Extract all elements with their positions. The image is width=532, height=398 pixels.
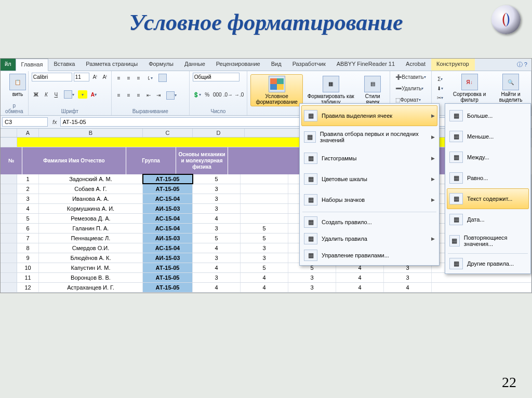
- row-header[interactable]: [1, 214, 17, 223]
- border-button[interactable]: [62, 89, 76, 100]
- menu-item[interactable]: ▦Удалить правила▶: [301, 230, 437, 247]
- menu-item[interactable]: ▦Правила отбора первых и последних значе…: [301, 126, 437, 148]
- cell-num[interactable]: 2: [17, 184, 39, 194]
- menu-item[interactable]: ▦Гистограммы▶: [301, 148, 437, 169]
- cell-group[interactable]: АИ-15-03: [143, 234, 193, 243]
- row-header[interactable]: [1, 283, 17, 292]
- data-cell[interactable]: [241, 174, 288, 184]
- grow-font[interactable]: Aᴵ: [91, 73, 99, 81]
- delete-cells[interactable]: ➖ Удалить: [393, 84, 425, 92]
- row-header[interactable]: [1, 234, 17, 243]
- menu-item[interactable]: ▦Дата...: [447, 209, 529, 230]
- percent[interactable]: %: [203, 90, 211, 99]
- cell-num[interactable]: 7: [17, 234, 39, 243]
- menu-item[interactable]: ▦Равно...: [447, 168, 529, 188]
- tab-home[interactable]: Главная: [16, 59, 49, 71]
- row-header[interactable]: [1, 138, 17, 147]
- cell-group[interactable]: АС-15-04: [143, 224, 193, 233]
- paste-button[interactable]: 📋 вить: [4, 73, 32, 98]
- data-cell[interactable]: 3: [288, 273, 336, 282]
- cell-num[interactable]: 9: [17, 253, 39, 263]
- row-header[interactable]: [1, 204, 17, 213]
- menu-item[interactable]: ▦Создать правило...: [301, 214, 437, 230]
- data-cell[interactable]: 3: [384, 273, 432, 282]
- data-cell[interactable]: 4: [241, 283, 288, 292]
- format-as-table-button[interactable]: ▦ Форматировать как таблицу: [304, 75, 357, 106]
- autosum[interactable]: Σ: [435, 75, 445, 83]
- cell-fio[interactable]: Кормушкина А. И.: [39, 204, 143, 213]
- data-cell[interactable]: 3: [193, 184, 241, 194]
- tab-layout[interactable]: Разметка страницы: [81, 59, 143, 71]
- col-d[interactable]: D: [193, 129, 245, 137]
- cell-num[interactable]: 6: [17, 224, 39, 233]
- cell-group[interactable]: АС-15-04: [143, 194, 193, 203]
- currency[interactable]: 💲: [193, 90, 202, 99]
- orientation[interactable]: ⤹: [144, 74, 155, 82]
- tab-abbyy[interactable]: ABBYY FineReader 11: [331, 59, 401, 71]
- cell-fio[interactable]: Пеннациеас Л.: [39, 234, 143, 243]
- cell-num[interactable]: 4: [17, 204, 39, 213]
- tab-acrobat[interactable]: Acrobat: [401, 59, 431, 71]
- cell-group[interactable]: АТ-15-05: [143, 184, 193, 194]
- menu-item[interactable]: ▦Больше...: [447, 105, 529, 126]
- cell-group[interactable]: АИ-15-03: [143, 253, 193, 263]
- row-header[interactable]: [1, 243, 17, 253]
- data-cell[interactable]: 4: [336, 273, 384, 282]
- cell-group[interactable]: АС-15-04: [143, 243, 193, 253]
- data-cell[interactable]: 3: [241, 243, 288, 253]
- dec-decimal[interactable]: →.0: [234, 90, 244, 99]
- col-b[interactable]: B: [39, 129, 143, 137]
- menu-item[interactable]: ▦Цветовые шкалы▶: [301, 169, 437, 189]
- cell-num[interactable]: 12: [17, 283, 39, 292]
- menu-item[interactable]: ▦Управление правилами...: [301, 247, 437, 264]
- tab-developer[interactable]: Разработчик: [287, 59, 331, 71]
- cell-num[interactable]: 3: [17, 194, 39, 203]
- row-header[interactable]: [1, 253, 17, 263]
- data-cell[interactable]: 4: [193, 263, 241, 272]
- align-top[interactable]: ≡: [115, 74, 123, 82]
- col-c[interactable]: C: [143, 129, 193, 137]
- cell-fio[interactable]: Галанин П. А.: [39, 224, 143, 233]
- data-cell[interactable]: 3: [193, 194, 241, 203]
- indent-dec[interactable]: ⇤: [144, 91, 153, 100]
- underline-button[interactable]: Ч: [52, 90, 60, 99]
- cell-group[interactable]: АТ-15-05: [143, 174, 193, 184]
- cell-fio[interactable]: Задонский А. М.: [39, 174, 143, 184]
- comma[interactable]: 000: [213, 90, 222, 99]
- tab-formulas[interactable]: Формулы: [143, 59, 179, 71]
- data-cell[interactable]: [241, 194, 288, 203]
- align-mid[interactable]: ≡: [125, 74, 133, 82]
- data-cell[interactable]: 5: [241, 234, 288, 243]
- menu-item[interactable]: ▦Правила выделения ячеек▶: [301, 105, 437, 126]
- tab-review[interactable]: Рецензирование: [211, 59, 266, 71]
- tab-design[interactable]: Конструктор: [431, 59, 475, 71]
- cell-num[interactable]: 11: [17, 273, 39, 282]
- menu-item[interactable]: ▦Повторяющиеся значения...: [447, 230, 529, 252]
- row-header[interactable]: [1, 194, 17, 203]
- align-c[interactable]: ≡: [125, 91, 133, 100]
- insert-cells[interactable]: ➕ Вставить: [393, 73, 428, 81]
- menu-item[interactable]: ▦Другие правила...: [447, 255, 529, 272]
- fx-icon[interactable]: fx: [49, 119, 60, 125]
- help-icon[interactable]: ⓘ ?: [513, 59, 531, 71]
- data-cell[interactable]: 3: [241, 253, 288, 263]
- data-cell[interactable]: [241, 204, 288, 213]
- number-format[interactable]: [193, 73, 240, 81]
- row-header[interactable]: [1, 184, 17, 194]
- cell-num[interactable]: 10: [17, 263, 39, 272]
- cell-fio[interactable]: Смердов О.И.: [39, 243, 143, 253]
- cell-fio[interactable]: Воронцов В. В.: [39, 273, 143, 282]
- data-cell[interactable]: 3: [288, 283, 336, 292]
- font-color[interactable]: A: [89, 90, 99, 99]
- data-cell[interactable]: 5: [241, 224, 288, 233]
- cell-group[interactable]: АТ-15-05: [143, 283, 193, 292]
- data-cell[interactable]: 4: [336, 283, 384, 292]
- conditional-formatting-button[interactable]: Условное форматирование: [250, 74, 303, 106]
- cell-num[interactable]: 1: [17, 174, 39, 184]
- tab-view[interactable]: Вид: [266, 59, 287, 71]
- data-cell[interactable]: 3: [193, 253, 241, 263]
- menu-item[interactable]: ▦Текст содержит...: [447, 188, 529, 209]
- cell-fio[interactable]: Капустин И. М.: [39, 263, 143, 272]
- menu-item[interactable]: ▦Между...: [447, 147, 529, 168]
- indent-inc[interactable]: ⇥: [154, 91, 163, 100]
